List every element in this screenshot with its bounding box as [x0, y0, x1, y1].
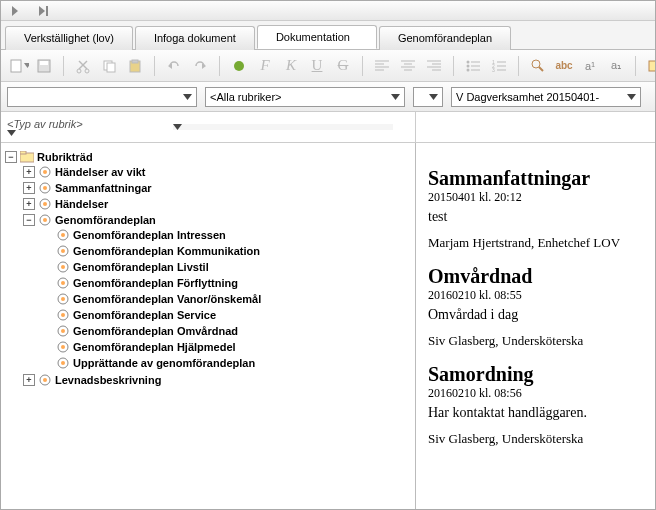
tab-verkstallighet[interactable]: Verkställighet (lov) — [5, 26, 133, 50]
spacer — [41, 261, 53, 273]
svg-text:3: 3 — [492, 67, 495, 72]
expand-icon[interactable]: + — [23, 374, 35, 386]
bullet-list-button[interactable] — [462, 55, 484, 77]
rubrik-value-combo[interactable] — [173, 124, 393, 130]
rubrik-type-combo[interactable]: <Typ av rubrik> — [7, 118, 167, 136]
svg-point-91 — [43, 378, 47, 382]
entry-body: test — [428, 209, 643, 225]
tree-item-gp-forflyttning[interactable]: Genomförandeplan Förflyttning — [41, 276, 411, 290]
tab-genomforandeplan[interactable]: Genomförandeplan — [379, 26, 511, 50]
svg-point-17 — [234, 61, 244, 71]
align-left-button[interactable] — [371, 55, 393, 77]
undo-button[interactable] — [163, 55, 185, 77]
cut-button[interactable] — [72, 55, 94, 77]
rubrik-tree: − Rubrikträd + Händelser av vikt + Samma… — [1, 143, 416, 509]
entry-author: Marjam Hjertstrand, Enhetchef LOV — [428, 235, 643, 251]
collapse-icon[interactable]: − — [5, 151, 17, 163]
doc-icon — [56, 228, 70, 242]
insert-template-button[interactable] — [644, 55, 656, 77]
spacer — [41, 277, 53, 289]
tree-item-genomforandeplan[interactable]: − Genomförandeplan — [23, 213, 411, 227]
superscript-button[interactable]: a¹ — [579, 55, 601, 77]
tree-item-levnadsbeskrivning[interactable]: + Levnadsbeskrivning — [23, 373, 411, 387]
separator — [453, 56, 454, 76]
tree-item-handelser-av-vikt[interactable]: + Händelser av vikt — [23, 165, 411, 179]
filter-period-combo[interactable]: V Dagverksamhet 20150401- — [451, 87, 641, 107]
tree-label: Genomförandeplan Kommunikation — [73, 245, 260, 257]
align-center-button[interactable] — [397, 55, 419, 77]
doc-icon — [56, 244, 70, 258]
separator — [518, 56, 519, 76]
numbered-list-button[interactable]: 123 — [488, 55, 510, 77]
italic-button[interactable]: K — [280, 55, 302, 77]
nav-forward-end-icon[interactable] — [33, 0, 55, 22]
svg-marker-60 — [7, 130, 16, 136]
tree-root[interactable]: − Rubrikträd — [5, 150, 411, 164]
tab-dokumentation[interactable]: Dokumentation — [257, 25, 377, 49]
paste-button[interactable] — [124, 55, 146, 77]
font-color-button[interactable] — [228, 55, 250, 77]
spacer — [41, 325, 53, 337]
doc-icon — [56, 324, 70, 338]
underline-button[interactable]: U — [306, 55, 328, 77]
expand-icon[interactable]: + — [23, 166, 35, 178]
tree-item-gp-upprattande[interactable]: Upprättande av genomförandeplan — [41, 356, 411, 370]
tree-label: Genomförandeplan Omvårdnad — [73, 325, 238, 337]
document-pane: Sammanfattningar 20150401 kl. 20:12 test… — [416, 143, 655, 509]
entry-timestamp: 20160210 kl. 08:55 — [428, 288, 643, 303]
filter-sep-combo[interactable] — [413, 87, 443, 107]
strike-button[interactable]: G — [332, 55, 354, 77]
collapse-icon[interactable]: − — [23, 214, 35, 226]
window-toolbar — [1, 1, 655, 21]
filter-combo-1[interactable] — [7, 87, 197, 107]
tree-item-gp-hjalpmedel[interactable]: Genomförandeplan Hjälpmedel — [41, 340, 411, 354]
tree-item-gp-service[interactable]: Genomförandeplan Service — [41, 308, 411, 322]
entry-timestamp: 20160210 kl. 08:56 — [428, 386, 643, 401]
tab-infoga-dokument[interactable]: Infoga dokument — [135, 26, 255, 50]
tree-item-gp-vanor[interactable]: Genomförandeplan Vanor/önskemål — [41, 292, 411, 306]
redo-button[interactable] — [189, 55, 211, 77]
tree-label: Upprättande av genomförandeplan — [73, 357, 255, 369]
entry-body: Har kontaktat handläggaren. — [428, 405, 643, 421]
svg-point-32 — [467, 64, 470, 67]
expand-icon[interactable]: + — [23, 182, 35, 194]
svg-point-75 — [61, 249, 65, 253]
folder-icon — [20, 150, 34, 164]
tree-label: Genomförandeplan Livstil — [73, 261, 209, 273]
doc-icon — [56, 308, 70, 322]
svg-marker-4 — [24, 63, 29, 68]
save-button[interactable] — [33, 55, 55, 77]
tree-item-gp-omvardnad[interactable]: Genomförandeplan Omvårdnad — [41, 324, 411, 338]
new-button[interactable] — [7, 55, 29, 77]
spacer — [41, 357, 53, 369]
filter-rubrik-value: <Alla rubriker> — [210, 91, 282, 103]
separator — [219, 56, 220, 76]
align-right-button[interactable] — [423, 55, 445, 77]
svg-rect-2 — [46, 6, 48, 16]
filter-rubrik-combo[interactable]: <Alla rubriker> — [205, 87, 405, 107]
copy-button[interactable] — [98, 55, 120, 77]
svg-point-30 — [467, 60, 470, 63]
tree-item-gp-livstil[interactable]: Genomförandeplan Livstil — [41, 260, 411, 274]
bold-button[interactable]: F — [254, 55, 276, 77]
tree-label: Levnadsbeskrivning — [55, 374, 161, 386]
spellcheck-button[interactable]: abc — [553, 55, 575, 77]
find-button[interactable] — [527, 55, 549, 77]
chevron-down-icon — [173, 124, 393, 130]
svg-rect-6 — [40, 61, 48, 65]
tree-item-gp-kommunikation[interactable]: Genomförandeplan Kommunikation — [41, 244, 411, 258]
doc-icon — [56, 340, 70, 354]
svg-rect-63 — [20, 151, 26, 154]
svg-marker-56 — [183, 94, 192, 100]
svg-point-73 — [61, 233, 65, 237]
tree-item-handelser[interactable]: + Händelser — [23, 197, 411, 211]
expand-icon[interactable]: + — [23, 198, 35, 210]
tree-item-gp-intressen[interactable]: Genomförandeplan Intressen — [41, 228, 411, 242]
svg-marker-59 — [627, 94, 636, 100]
tree-item-sammanfattningar[interactable]: + Sammanfattningar — [23, 181, 411, 195]
subscript-button[interactable]: a₁ — [605, 55, 627, 77]
svg-point-10 — [85, 69, 89, 73]
tree-label: Genomförandeplan — [55, 214, 156, 226]
nav-forward-icon[interactable] — [5, 0, 27, 22]
svg-marker-61 — [173, 124, 182, 130]
